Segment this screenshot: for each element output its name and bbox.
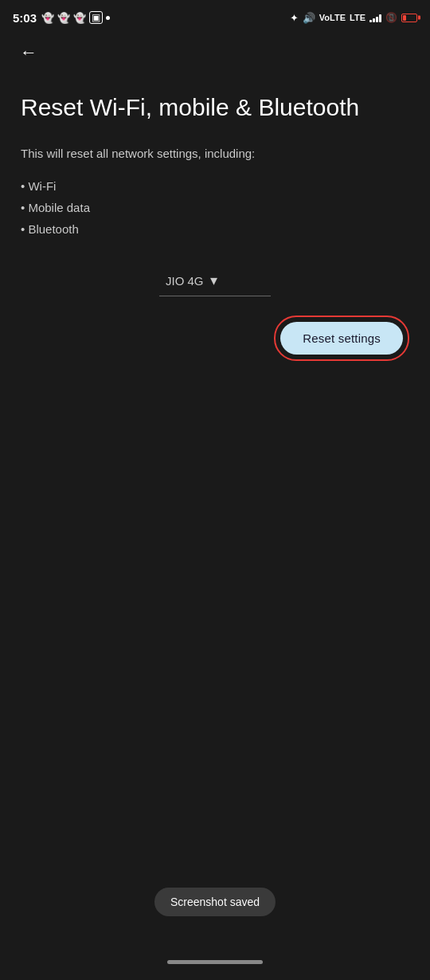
button-container: Reset settings: [21, 316, 409, 361]
bottom-nav-indicator: [167, 960, 263, 964]
network-list: • Wi-Fi • Mobile data • Bluetooth: [21, 175, 409, 240]
page-description: This will reset all network settings, in…: [21, 145, 409, 163]
snapchat-icon-1: 👻: [41, 12, 54, 24]
no-sim-icon: 📵: [385, 12, 397, 23]
status-bar: 5:03 👻 👻 👻 ▣ ✦ 🔊 VoLTE LTE 📵: [0, 0, 430, 32]
status-right: ✦ 🔊 VoLTE LTE 📵: [290, 12, 417, 24]
sim-dropdown[interactable]: JIO 4G ▾: [159, 265, 271, 296]
reset-button-wrapper: Reset settings: [274, 316, 409, 361]
status-dot: [106, 16, 110, 20]
page-title: Reset Wi-Fi, mobile & Bluetooth: [21, 92, 409, 123]
bluetooth-status-icon: ✦: [290, 12, 299, 24]
status-time: 5:03: [13, 11, 37, 25]
back-arrow-icon: ←: [20, 44, 37, 61]
network-item-wifi: • Wi-Fi: [21, 175, 409, 197]
signal-icon: [369, 13, 381, 22]
sim-dropdown-container: JIO 4G ▾: [21, 265, 409, 296]
dropdown-arrow-icon: ▾: [210, 272, 217, 289]
reset-settings-button[interactable]: Reset settings: [280, 322, 403, 355]
battery-icon: [401, 14, 417, 22]
network-item-bluetooth: • Bluetooth: [21, 218, 409, 240]
status-left: 5:03 👻 👻 👻 ▣: [13, 11, 110, 25]
screenshot-toast: Screenshot saved: [154, 888, 276, 916]
snapchat-icon-3: 👻: [73, 12, 86, 24]
lte-icon: LTE: [350, 14, 366, 22]
sim-dropdown-label: JIO 4G: [166, 274, 204, 288]
network-item-mobile: • Mobile data: [21, 197, 409, 218]
back-button[interactable]: ←: [13, 37, 45, 69]
volume-icon: 🔊: [303, 12, 315, 24]
main-content: Reset Wi-Fi, mobile & Bluetooth This wil…: [0, 73, 430, 361]
screen-record-icon: ▣: [89, 11, 103, 24]
status-app-icons: 👻 👻 👻 ▣: [41, 11, 110, 24]
volte-icon: VoLTE: [319, 14, 346, 22]
snapchat-icon-2: 👻: [57, 12, 70, 24]
nav-bar: ←: [0, 32, 430, 73]
